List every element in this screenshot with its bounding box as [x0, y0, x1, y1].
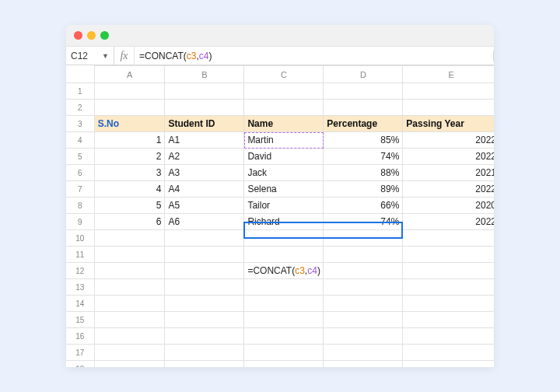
cell-C2[interactable]	[244, 100, 324, 116]
cell-C6[interactable]: Jack	[244, 165, 324, 181]
cell-E1[interactable]	[403, 83, 494, 100]
formula-input[interactable]: =CONCAT(c3,c4)	[135, 51, 494, 61]
row-header-5[interactable]: 5	[66, 149, 94, 165]
cell-C9[interactable]: Richard	[244, 214, 324, 230]
cell-E13[interactable]	[403, 279, 494, 296]
cell-C5[interactable]: David	[244, 149, 324, 165]
cell-C18[interactable]	[244, 361, 324, 368]
cell-D16[interactable]	[324, 328, 403, 345]
cell-A1[interactable]	[94, 83, 165, 100]
cell-A14[interactable]	[94, 296, 165, 312]
cell-B9[interactable]: A6	[165, 214, 244, 230]
cell-E8[interactable]: 2020	[403, 198, 494, 214]
cell-E5[interactable]: 2022	[403, 149, 494, 165]
column-header-A[interactable]: A	[94, 66, 165, 83]
cell-A8[interactable]: 5	[94, 198, 165, 214]
cell-E12[interactable]	[403, 263, 494, 279]
row-header-3[interactable]: 3	[66, 116, 94, 132]
cell-E18[interactable]	[403, 361, 494, 368]
row-header-6[interactable]: 6	[66, 165, 94, 181]
cell-E3[interactable]: Passing Year	[403, 116, 494, 132]
cell-D18[interactable]	[324, 361, 403, 368]
cell-B16[interactable]	[165, 328, 244, 345]
cell-C11[interactable]	[244, 247, 324, 263]
cell-D4[interactable]: 85%	[324, 132, 403, 149]
cell-A5[interactable]: 2	[94, 149, 165, 165]
cell-B11[interactable]	[165, 247, 244, 263]
row-header-11[interactable]: 11	[66, 247, 94, 263]
row-header-8[interactable]: 8	[66, 198, 94, 214]
cell-C1[interactable]	[244, 83, 324, 100]
cell-E2[interactable]	[403, 100, 494, 116]
cell-A18[interactable]	[94, 361, 165, 368]
row-header-4[interactable]: 4	[66, 132, 94, 149]
cell-E14[interactable]	[403, 296, 494, 312]
cell-C13[interactable]	[244, 279, 324, 296]
row-header-7[interactable]: 7	[66, 181, 94, 198]
active-cell-formula[interactable]: =CONCAT(c3,c4)	[247, 265, 320, 276]
cell-A15[interactable]	[94, 312, 165, 328]
cell-D10[interactable]	[324, 230, 403, 247]
cell-D12[interactable]	[324, 263, 403, 279]
cell-D1[interactable]	[324, 83, 403, 100]
cell-B18[interactable]	[165, 361, 244, 368]
cell-A13[interactable]	[94, 279, 165, 296]
cell-C10[interactable]	[244, 230, 324, 247]
cell-D7[interactable]: 89%	[324, 181, 403, 198]
fx-icon[interactable]: fx	[114, 47, 135, 65]
cell-D11[interactable]	[324, 247, 403, 263]
cell-A10[interactable]	[94, 230, 165, 247]
cell-D5[interactable]: 74%	[324, 149, 403, 165]
row-header-13[interactable]: 13	[66, 279, 94, 296]
cell-A17[interactable]	[94, 345, 165, 361]
cell-B17[interactable]	[165, 345, 244, 361]
cell-B7[interactable]: A4	[165, 181, 244, 198]
cell-E7[interactable]: 2022	[403, 181, 494, 198]
cell-A11[interactable]	[94, 247, 165, 263]
cell-E10[interactable]	[403, 230, 494, 247]
maximize-icon[interactable]	[100, 31, 109, 40]
cell-D8[interactable]: 66%	[324, 198, 403, 214]
cell-E11[interactable]	[403, 247, 494, 263]
spreadsheet-grid[interactable]: ABCDE123S.NoStudent IDNamePercentagePass…	[66, 65, 494, 367]
cell-D14[interactable]	[324, 296, 403, 312]
cell-B12[interactable]	[165, 263, 244, 279]
name-box[interactable]: C12 ▼	[66, 47, 114, 65]
cell-C15[interactable]	[244, 312, 324, 328]
row-header-15[interactable]: 15	[66, 312, 94, 328]
column-header-B[interactable]: B	[165, 66, 244, 83]
cell-E15[interactable]	[403, 312, 494, 328]
cell-B2[interactable]	[165, 100, 244, 116]
cell-D9[interactable]: 74%	[324, 214, 403, 230]
cell-E6[interactable]: 2021	[403, 165, 494, 181]
cell-B10[interactable]	[165, 230, 244, 247]
name-box-dropdown-icon[interactable]: ▼	[102, 52, 109, 60]
row-header-10[interactable]: 10	[66, 230, 94, 247]
cell-B13[interactable]	[165, 279, 244, 296]
row-header-17[interactable]: 17	[66, 345, 94, 361]
row-header-12[interactable]: 12	[66, 263, 94, 279]
cell-C17[interactable]	[244, 345, 324, 361]
cell-A12[interactable]	[94, 263, 165, 279]
cell-C8[interactable]: Tailor	[244, 198, 324, 214]
cell-E16[interactable]	[403, 328, 494, 345]
cell-A9[interactable]: 6	[94, 214, 165, 230]
column-header-C[interactable]: C	[244, 66, 324, 83]
cell-A7[interactable]: 4	[94, 181, 165, 198]
cell-D13[interactable]	[324, 279, 403, 296]
corner-cell[interactable]	[66, 66, 94, 83]
close-icon[interactable]	[74, 31, 82, 40]
cell-C14[interactable]	[244, 296, 324, 312]
cell-D17[interactable]	[324, 345, 403, 361]
cell-B8[interactable]: A5	[165, 198, 244, 214]
row-header-16[interactable]: 16	[66, 328, 94, 345]
column-header-E[interactable]: E	[403, 66, 494, 83]
cell-A6[interactable]: 3	[94, 165, 165, 181]
cell-E4[interactable]: 2022	[403, 132, 494, 149]
row-header-18[interactable]: 18	[66, 361, 94, 368]
cell-B6[interactable]: A3	[165, 165, 244, 181]
cell-A4[interactable]: 1	[94, 132, 165, 149]
cell-B14[interactable]	[165, 296, 244, 312]
cell-B15[interactable]	[165, 312, 244, 328]
row-header-9[interactable]: 9	[66, 214, 94, 230]
